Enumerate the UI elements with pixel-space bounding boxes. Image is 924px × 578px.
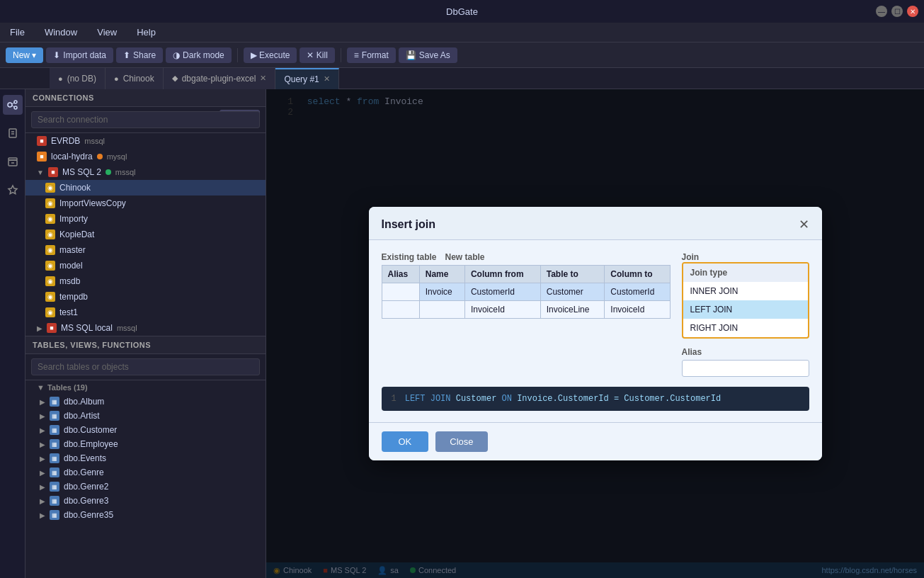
conn-localhydra[interactable]: ■ local-hydra mysql [25,149,266,164]
execute-button[interactable]: ▶ Execute [244,47,297,63]
tab-plugin-close[interactable]: ✕ [260,74,266,83]
table-genre35-icon: ▦ [50,510,59,520]
join-type-inner[interactable]: INNER JOIN [683,282,808,300]
table-genre3-name: dbo.Genre3 [64,496,108,506]
db-importviewscopy-icon: ◉ [45,198,55,208]
ok-button[interactable]: OK [382,431,429,452]
tables-search-input[interactable] [31,358,260,375]
menu-help[interactable]: Help [132,26,160,39]
table-employee[interactable]: ▶ ▦ dbo.Employee [25,437,266,451]
conn-mssql-local-icon: ■ [47,323,57,333]
new-table-label-container: New table [445,251,671,262]
db-tempdb[interactable]: ◉ tempdb [25,289,266,305]
saveas-button[interactable]: 💾 Save As [399,47,457,63]
db-chinook-name: Chinook [59,183,91,193]
table-album-icon: ▦ [50,397,59,407]
db-chinook[interactable]: ◉ Chinook [25,180,266,196]
toolbar: New ▾ ⬇ Import data ⬆ Share ◑ Dark mode … [0,42,924,68]
modal-footer: OK Close [369,422,822,460]
maximize-button[interactable]: ☐ [891,6,903,17]
left-panel: CONNECTIONS Refresh ■ EVRDB mssql ■ loca… [25,89,266,578]
conn-mssql2[interactable]: ▼ ■ MS SQL 2 mssql [25,164,266,180]
join-layout: Existing table New table Alias [382,251,809,377]
table-genre2[interactable]: ▶ ▦ dbo.Genre2 [25,480,266,494]
tab-bar: ● (no DB) ● Chinook ◆ dbgate-plugin-exce… [0,68,924,89]
close-modal-button[interactable]: Close [435,431,487,452]
table-album[interactable]: ▶ ▦ dbo.Album [25,395,266,409]
alias-input[interactable] [682,360,809,377]
kill-button[interactable]: ✕ Kill [300,47,334,63]
conn-evrdb[interactable]: ■ EVRDB mssql [25,133,266,149]
db-master[interactable]: ◉ master [25,242,266,258]
table-expand-genre3: ▶ [40,497,45,505]
table-genre35-name: dbo.Genre35 [64,510,113,520]
files-icon[interactable] [3,123,23,143]
svg-marker-11 [8,186,17,194]
new-button[interactable]: New ▾ [6,47,43,63]
table-expand-employee: ▶ [40,441,45,448]
db-msdb-icon: ◉ [45,276,55,286]
table-genre2-name: dbo.Genre2 [64,482,108,492]
tables-expand-icon: ▼ [37,383,45,392]
menu-file[interactable]: File [6,26,29,39]
conn-mssql2-expand: ▼ [37,169,44,176]
db-importy[interactable]: ◉ Importy [25,211,266,227]
modal-close-button[interactable]: ✕ [799,217,809,232]
tab-query1-close[interactable]: ✕ [324,74,330,84]
db-msdb[interactable]: ◉ msdb [25,273,266,289]
join-type-list: Join type INNER JOIN LEFT JOIN RIGHT JOI… [682,262,809,339]
col-header-column-from: Column from [464,266,540,283]
format-button[interactable]: ≡ Format [347,47,396,63]
join-type-right[interactable]: RIGHT JOIN [683,319,808,337]
table-events[interactable]: ▶ ▦ dbo.Events [25,451,266,465]
table-genre35[interactable]: ▶ ▦ dbo.Genre35 [25,508,266,522]
db-model[interactable]: ◉ model [25,258,266,273]
table-customer[interactable]: ▶ ▦ dbo.Customer [25,423,266,437]
col-header-column-to: Column to [605,266,670,283]
table-genre3[interactable]: ▶ ▦ dbo.Genre3 [25,494,266,508]
db-test1[interactable]: ◉ test1 [25,305,266,320]
favorites-icon[interactable] [3,180,23,200]
tab-query1[interactable]: Query #1 ✕ [275,68,338,89]
db-model-name: model [59,261,83,271]
table-artist[interactable]: ▶ ▦ dbo.Artist [25,409,266,423]
import-data-button[interactable]: ⬇ Import data [46,47,113,63]
db-master-icon: ◉ [45,245,55,255]
db-tempdb-name: tempdb [59,292,88,302]
tab-nodb[interactable]: ● (no DB) [50,68,105,89]
existing-alias-2 [382,301,419,319]
alias-section: Alias [682,347,809,377]
table-genre[interactable]: ▶ ▦ dbo.Genre [25,465,266,480]
format-icon: ≡ [354,50,359,60]
conn-mssql2-status [105,169,111,175]
tables-section-header: TABLES, VIEWS, FUNCTIONS [25,336,266,354]
conn-mssql2-icon: ■ [48,167,58,177]
connections-search-input[interactable] [31,111,260,128]
tab-plugin[interactable]: ◆ dbgate-plugin-excel ✕ [164,68,276,89]
join-column-to-1: CustomerId [605,283,670,301]
share-icon: ⬆ [123,50,130,60]
close-button[interactable]: ✕ [907,6,918,17]
join-type-left[interactable]: LEFT JOIN [683,300,808,319]
db-importviewscopy[interactable]: ◉ ImportViewsCopy [25,196,266,211]
table-expand-genre2: ▶ [40,483,45,491]
darkmode-button[interactable]: ◑ Dark mode [166,47,232,63]
save-icon: 💾 [406,50,416,60]
connections-icon[interactable] [3,95,23,115]
menu-view[interactable]: View [93,26,121,39]
insert-join-modal: Insert join ✕ Existing table New [369,207,822,460]
table-genre-icon: ▦ [50,468,59,477]
table-expand-events: ▶ [40,455,45,463]
tab-plugin-label: dbgate-plugin-excel [182,74,256,84]
sql-left-keyword: LEFT JOIN [405,394,451,404]
archive-icon[interactable] [3,152,23,171]
tab-chinook[interactable]: ● Chinook [105,68,164,89]
share-button[interactable]: ⬆ Share [116,47,163,63]
modal-header: Insert join ✕ [369,207,822,240]
db-kopiedat[interactable]: ◉ KopieDat [25,227,266,242]
conn-mssql-local[interactable]: ▶ ■ MS SQL local mssql [25,320,266,336]
minimize-button[interactable]: — [876,6,887,17]
modal-overlay: Insert join ✕ Existing table New [266,89,924,578]
join-left-section: Existing table New table Alias [382,251,671,377]
menu-window[interactable]: Window [40,26,81,39]
